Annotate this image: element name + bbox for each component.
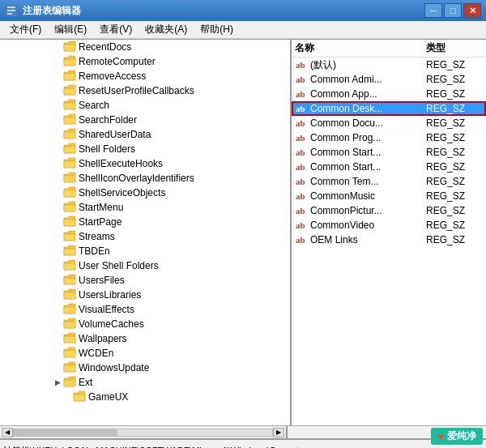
menu-help[interactable]: 帮助(H)	[194, 21, 240, 38]
col-type-header: 类型	[426, 41, 483, 55]
value-icon: ab	[295, 59, 308, 70]
close-button[interactable]: ✕	[463, 3, 481, 18]
tree-item[interactable]: WindowsUpdate	[0, 361, 290, 375]
tree-item[interactable]: RecentDocs	[0, 40, 290, 54]
expand-icon	[52, 318, 63, 330]
registry-value-row[interactable]: ab CommonMusic REG_SZ	[292, 189, 486, 203]
value-icon: ab	[295, 117, 308, 129]
folder-icon	[63, 347, 76, 360]
menu-file[interactable]: 文件(F)	[3, 21, 48, 38]
tree-item-label: Search	[79, 100, 109, 111]
registry-value-row[interactable]: ab Common Start... REG_SZ	[292, 145, 486, 160]
tree-item-label: ShellServiceObjects	[79, 187, 165, 198]
value-type: REG_SZ	[426, 74, 483, 85]
value-icon: ab	[295, 161, 308, 173]
tree-item-label: Wallpapers	[79, 333, 127, 344]
registry-value-row[interactable]: ab Common Prog... REG_SZ	[292, 130, 486, 145]
registry-value-row[interactable]: ab Common Start... REG_SZ	[292, 160, 486, 174]
value-type: REG_SZ	[426, 59, 483, 70]
scroll-left-button[interactable]: ◀	[2, 428, 13, 437]
menu-favorites[interactable]: 收藏夹(A)	[139, 21, 194, 38]
menu-view[interactable]: 查看(V)	[93, 21, 139, 38]
expand-icon	[52, 173, 63, 184]
minimize-button[interactable]: ─	[424, 3, 442, 18]
tree-item[interactable]: RemoteComputer	[0, 54, 290, 69]
tree-item-label: ShellIconOverlayIdentifiers	[79, 173, 194, 184]
folder-icon	[63, 143, 76, 156]
folder-icon	[63, 172, 76, 185]
tree-item-label: UsersLibraries	[79, 289, 141, 301]
expand-icon	[52, 362, 63, 373]
expand-icon[interactable]: ▶	[52, 377, 63, 388]
tree-item[interactable]: ShellExecuteHooks	[0, 156, 290, 171]
tree-item-label: StartMenu	[79, 202, 123, 213]
tree-item[interactable]: GameUX	[0, 390, 290, 404]
value-name: Common Prog...	[310, 132, 426, 143]
tree-item[interactable]: Search	[0, 98, 290, 113]
tree-item[interactable]: Shell Folders	[0, 142, 290, 156]
value-name: Common Start...	[310, 161, 426, 173]
expand-icon	[52, 216, 63, 228]
tree-item-label: WindowsUpdate	[79, 362, 149, 373]
tree-item-label: WCDEn	[79, 348, 113, 359]
tree-item-label: User Shell Folders	[79, 260, 159, 271]
tree-item[interactable]: VolumeCaches	[0, 317, 290, 331]
registry-value-row[interactable]: ab Common App... REG_SZ	[292, 87, 486, 101]
value-name: OEM Links	[310, 234, 426, 245]
tree-item-label: Shell Folders	[79, 143, 135, 155]
registry-value-row[interactable]: ab CommonPictur... REG_SZ	[292, 203, 486, 218]
registry-values[interactable]: 名称 类型 ab (默认) REG_SZ ab Common Admi... R…	[292, 40, 486, 425]
maximize-button[interactable]: □	[444, 3, 462, 18]
expand-icon	[52, 275, 63, 286]
app-icon	[5, 4, 18, 17]
svg-text:ab: ab	[296, 133, 305, 143]
tree-item[interactable]: StartMenu	[0, 200, 290, 215]
folder-icon	[63, 318, 76, 331]
value-name: (默认)	[310, 58, 426, 72]
tree-item[interactable]: SharedUserData	[0, 127, 290, 142]
svg-text:ab: ab	[296, 75, 305, 84]
tree-item-label: Ext	[79, 377, 92, 388]
tree-item[interactable]: Streams	[0, 229, 290, 244]
scroll-right-button[interactable]: ▶	[273, 428, 284, 437]
registry-value-row[interactable]: ab OEM Links REG_SZ	[292, 233, 486, 247]
registry-value-row[interactable]: ab CommonVideo REG_SZ	[292, 218, 486, 233]
value-icon: ab	[295, 220, 308, 231]
tree-item[interactable]: TBDEn	[0, 244, 290, 258]
svg-text:ab: ab	[296, 89, 305, 99]
expand-icon	[52, 41, 63, 53]
tree-item-label: RemoveAccess	[79, 70, 146, 82]
tree-item[interactable]: ShellIconOverlayIdentifiers	[0, 171, 290, 186]
registry-value-row-selected[interactable]: ab Common Desk... REG_SZ	[292, 101, 486, 116]
menu-edit[interactable]: 编辑(E)	[48, 21, 93, 38]
tree-item[interactable]: VisualEffects	[0, 302, 290, 317]
tree-item[interactable]: Wallpapers	[0, 331, 290, 346]
registry-value-row[interactable]: ab Common Tem... REG_SZ	[292, 174, 486, 189]
status-text: 计算机\HKEY_LOCAL_MACHINE\SOFTWARE\Microsof…	[3, 445, 299, 449]
registry-value-row[interactable]: ab Common Docu... REG_SZ	[292, 116, 486, 130]
tree-item[interactable]: ResetUserProfileCallbacks	[0, 83, 290, 98]
folder-icon	[63, 84, 76, 97]
window-title: 注册表编辑器	[23, 4, 424, 18]
tree-item[interactable]: UsersLibraries	[0, 288, 290, 302]
tree-item[interactable]: StartPage	[0, 215, 290, 229]
svg-rect-1	[7, 6, 15, 8]
tree-item-label: SharedUserData	[79, 129, 151, 140]
expand-icon	[52, 158, 63, 169]
tree-item[interactable]: UsersFiles	[0, 273, 290, 288]
registry-value-row[interactable]: ab (默认) REG_SZ	[292, 58, 486, 72]
horizontal-scrollbar[interactable]: ◀ ▶	[0, 425, 486, 438]
value-icon: ab	[295, 74, 308, 85]
tree-item[interactable]: SearchFolder	[0, 113, 290, 127]
tree-item[interactable]: ShellServiceObjects	[0, 186, 290, 200]
value-icon: ab	[295, 88, 308, 100]
tree-item[interactable]: User Shell Folders	[0, 258, 290, 273]
value-name: CommonVideo	[310, 220, 426, 231]
value-name: Common Tem...	[310, 176, 426, 187]
tree-item[interactable]: RemoveAccess	[0, 69, 290, 83]
tree-item[interactable]: ▶ Ext	[0, 375, 290, 390]
tree-item-label: ShellExecuteHooks	[79, 158, 163, 169]
tree-item[interactable]: WCDEn	[0, 346, 290, 361]
registry-value-row[interactable]: ab Common Admi... REG_SZ	[292, 72, 486, 87]
registry-tree[interactable]: RecentDocs RemoteComputer Remo	[0, 40, 292, 425]
